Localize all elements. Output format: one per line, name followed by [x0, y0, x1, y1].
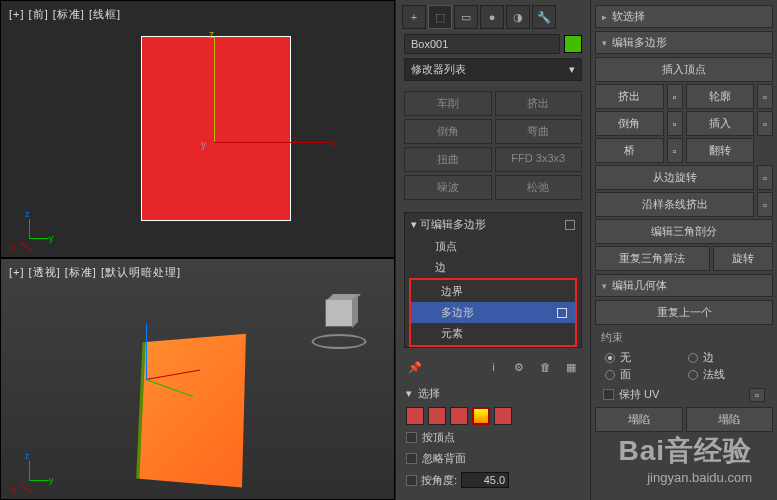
box-persp-face[interactable] — [136, 334, 246, 488]
extrude-settings[interactable]: ▫ — [667, 84, 683, 109]
viewport-front[interactable]: [+] [前] [标准] [线框] z x y z y x — [0, 0, 395, 258]
object-color-swatch[interactable] — [564, 35, 582, 53]
soft-selection-rollout[interactable]: ▸ 软选择 — [595, 5, 773, 28]
watermark: Bai﻿⾳经验 jingyan.baidu.com — [618, 432, 752, 485]
axis-x-line — [214, 142, 329, 143]
bridge-settings[interactable]: ▫ — [667, 138, 683, 163]
chevron-down-icon: ▾ — [406, 387, 412, 400]
radio-icon[interactable] — [688, 353, 698, 363]
create-tab[interactable]: + — [402, 5, 426, 29]
box-front-face[interactable] — [141, 36, 291, 221]
stack-polygon[interactable]: 多边形 — [411, 302, 575, 323]
bevel-button[interactable]: 倒角 — [595, 111, 664, 136]
extrude-button[interactable]: 挤出 — [595, 84, 664, 109]
stack-border[interactable]: 边界 — [411, 281, 575, 302]
utilities-tab[interactable]: 🔧 — [532, 5, 556, 29]
extrude-along-spline-button[interactable]: 沿样条线挤出 — [595, 192, 754, 217]
chevron-down-icon: ▾ — [602, 281, 607, 291]
edit-geometry-rollout[interactable]: ▾ 编辑几何体 — [595, 274, 773, 297]
mod-lathe[interactable]: 车削 — [404, 91, 492, 116]
viewcube-ring[interactable] — [312, 334, 367, 349]
constraints-radios: 无 边 面 法线 — [595, 348, 773, 384]
subobject-icons — [398, 405, 588, 427]
outline-button[interactable]: 轮廓 — [686, 84, 755, 109]
axis-z-label: z — [209, 29, 214, 40]
hinge-from-edge-button[interactable]: 从边旋转 — [595, 165, 754, 190]
edit-triangulation-button[interactable]: 编辑三角剖分 — [595, 219, 773, 244]
radio-icon[interactable] — [605, 370, 615, 380]
options-icon[interactable]: ▦ — [562, 358, 580, 376]
inset-settings[interactable]: ▫ — [757, 111, 773, 136]
delete-icon[interactable]: 🗑 — [536, 358, 554, 376]
subobj-polygon-icon[interactable] — [472, 407, 490, 425]
inset-button[interactable]: 插入 — [686, 111, 755, 136]
modify-tab[interactable]: ⬚ — [428, 5, 452, 29]
constraint-normal[interactable]: 法线 — [688, 367, 763, 382]
selection-rollout-header[interactable]: ▾ 选择 — [398, 382, 588, 405]
stack-editable-poly[interactable]: ▾ 可编辑多边形 — [405, 213, 581, 236]
stack-element[interactable]: 元素 — [411, 323, 575, 344]
mod-twist[interactable]: 扭曲 — [404, 147, 492, 172]
modifier-list-label: 修改器列表 — [411, 62, 466, 77]
axis-z-line — [214, 37, 215, 142]
tutorial-highlight: 边界 多边形 元素 — [409, 278, 577, 347]
radio-icon[interactable] — [605, 353, 615, 363]
show-end-icon[interactable]: ⅰ — [484, 358, 502, 376]
display-tab[interactable]: ◑ — [506, 5, 530, 29]
stack-toggle-icon[interactable] — [565, 220, 575, 230]
mod-bend[interactable]: 弯曲 — [495, 119, 583, 144]
constraint-none[interactable]: 无 — [605, 350, 680, 365]
subobj-vertex-icon[interactable] — [406, 407, 424, 425]
edit-polygons-rollout[interactable]: ▾ 编辑多边形 — [595, 31, 773, 54]
modifier-list-dropdown[interactable]: 修改器列表 ▾ — [404, 58, 582, 81]
extrude-spline-settings[interactable]: ▫ — [757, 192, 773, 217]
viewcube[interactable] — [309, 294, 369, 349]
repeat-last-button[interactable]: 重复上一个 — [595, 300, 773, 325]
ignore-backface-checkbox[interactable] — [406, 453, 417, 464]
viewport-label-persp[interactable]: [+] [透视] [标准] [默认明暗处理] — [9, 265, 181, 280]
collapse-button[interactable]: 塌陷 — [686, 407, 774, 432]
axis-x-label: x — [331, 137, 336, 148]
preserve-uv-settings[interactable]: ▫ — [749, 388, 765, 402]
hierarchy-tab[interactable]: ▭ — [454, 5, 478, 29]
retriangulate-button[interactable]: 重复三角算法 — [595, 246, 710, 271]
bridge-button[interactable]: 桥 — [595, 138, 664, 163]
preserve-uv-row[interactable]: 保持 UV ▫ — [595, 384, 773, 405]
flip-button[interactable]: 翻转 — [686, 138, 755, 163]
angle-spinner[interactable]: 45.0 — [461, 472, 509, 488]
create-button[interactable]: 塌陷 — [595, 407, 683, 432]
stack-polygon-toggle[interactable] — [557, 308, 567, 318]
bevel-settings[interactable]: ▫ — [667, 111, 683, 136]
viewport-label-front[interactable]: [+] [前] [标准] [线框] — [9, 7, 121, 22]
configure-icon[interactable]: ⚙ — [510, 358, 528, 376]
outline-settings[interactable]: ▫ — [757, 84, 773, 109]
object-name-input[interactable] — [404, 34, 560, 54]
by-vertex-checkbox[interactable] — [406, 432, 417, 443]
subobj-border-icon[interactable] — [450, 407, 468, 425]
mod-extrude[interactable]: 挤出 — [495, 91, 583, 116]
insert-vertex-button[interactable]: 插入顶点 — [595, 57, 773, 82]
right-panel: ▸ 软选择 ▾ 编辑多边形 插入顶点 挤出 ▫ 轮廓 ▫ 倒角 ▫ 插入 ▫ 桥… — [590, 0, 777, 500]
constraint-edge[interactable]: 边 — [688, 350, 763, 365]
radio-icon[interactable] — [688, 370, 698, 380]
subobj-edge-icon[interactable] — [428, 407, 446, 425]
mod-relax[interactable]: 松弛 — [495, 175, 583, 200]
stack-edge[interactable]: 边 — [405, 257, 581, 278]
constraint-face[interactable]: 面 — [605, 367, 680, 382]
mod-chamfer[interactable]: 倒角 — [404, 119, 492, 144]
modify-panel: + ⬚ ▭ ● ◑ 🔧 修改器列表 ▾ 车削 挤出 倒角 弯曲 扭曲 FFD 3… — [395, 0, 590, 500]
by-angle-checkbox[interactable] — [406, 475, 417, 486]
hinge-settings[interactable]: ▫ — [757, 165, 773, 190]
by-vertex-row[interactable]: 按顶点 — [398, 427, 588, 448]
ignore-backface-row[interactable]: 忽略背面 — [398, 448, 588, 469]
subobj-element-icon[interactable] — [494, 407, 512, 425]
viewcube-cube[interactable] — [325, 299, 353, 327]
mod-noise[interactable]: 噪波 — [404, 175, 492, 200]
mod-ffd[interactable]: FFD 3x3x3 — [495, 147, 583, 172]
motion-tab[interactable]: ● — [480, 5, 504, 29]
preserve-uv-checkbox[interactable] — [603, 389, 614, 400]
stack-vertex[interactable]: 顶点 — [405, 236, 581, 257]
turn-button[interactable]: 旋转 — [713, 246, 773, 271]
pin-icon[interactable]: 📌 — [406, 358, 424, 376]
viewport-perspective[interactable]: [+] [透视] [标准] [默认明暗处理] z y x — [0, 258, 395, 500]
